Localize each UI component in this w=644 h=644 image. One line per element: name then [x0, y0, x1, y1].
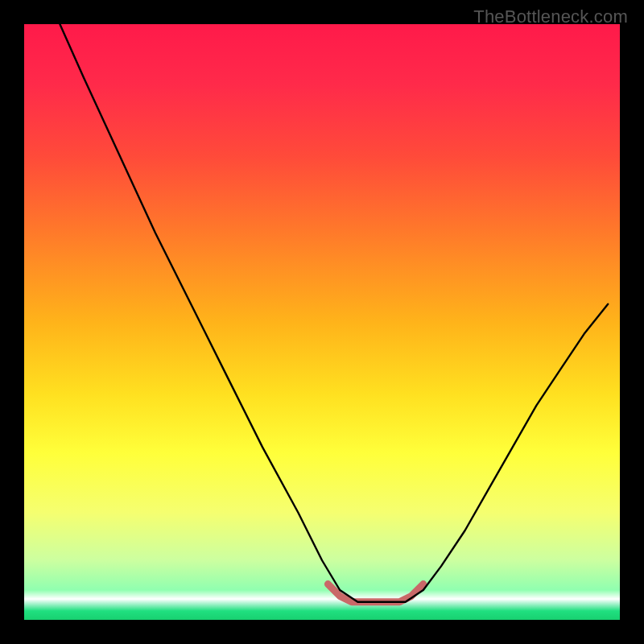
- chart-frame: TheBottleneck.com: [0, 0, 644, 644]
- bottleneck-curve: [60, 24, 608, 602]
- plot-area: [24, 24, 620, 620]
- curve-layer: [24, 24, 620, 620]
